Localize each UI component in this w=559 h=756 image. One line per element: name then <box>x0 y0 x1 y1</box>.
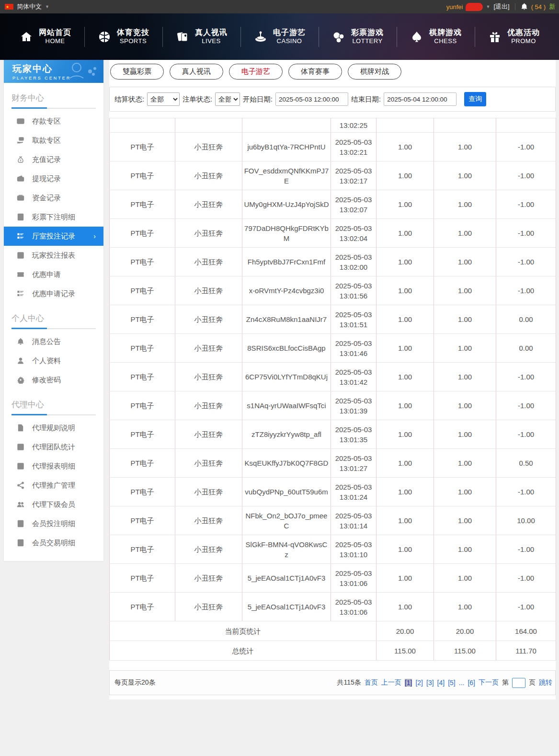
nav-label-en: CHESS <box>429 37 462 45</box>
sidebar-item-label: 会员投注明细 <box>32 519 75 528</box>
sidebar-item[interactable]: 修改密码 <box>11 370 96 389</box>
winloss-cell: 0.00 <box>496 334 556 363</box>
sidebar-item[interactable]: 存款专区 <box>11 112 96 131</box>
bet-amount-cell: 1.00 <box>376 334 434 363</box>
logout-button[interactable]: [退出] <box>493 2 509 11</box>
bet-id-cell: 5_jeEAOsal1CTj1A0vF3 <box>242 593 331 621</box>
table-row: PT电子 小丑狂奔 zTZ8iyyzkrYyw8tp_afl 2025-05-0… <box>110 420 556 449</box>
game-cell: 小丑狂奔 <box>175 248 242 276</box>
winloss-cell: -1.00 <box>496 593 556 621</box>
page-number-link[interactable]: ... <box>459 679 465 687</box>
nav-item[interactable]: 网站首页 HOME <box>6 28 84 45</box>
valid-amount-cell: 1.00 <box>434 276 496 305</box>
bet-amount-cell: 1.00 <box>376 133 434 161</box>
nav-item[interactable]: 电子游艺 CASINO <box>240 28 319 45</box>
next-page-link[interactable]: 下一页 <box>479 678 499 687</box>
page-number-link[interactable]: [4] <box>437 679 445 687</box>
category-tab[interactable]: 棋牌对战 <box>348 64 401 80</box>
username[interactable]: yunfei <box>446 3 463 11</box>
game-cell: 小丑狂奔 <box>175 161 242 190</box>
sidebar-item[interactable]: 代理推广管理 <box>11 476 96 495</box>
page-number-link[interactable]: [5] <box>448 679 456 687</box>
roulette-icon <box>253 30 268 44</box>
start-date-label: 开始日期: <box>243 95 273 104</box>
order-status-select[interactable]: 全部 <box>215 92 240 106</box>
sidebar-item[interactable]: 厅室投注记录 › <box>4 227 103 246</box>
sidebar-item[interactable]: 个人资料 <box>11 351 96 370</box>
notice-count[interactable]: ( 54 ) <box>531 3 546 11</box>
sidebar-item[interactable]: 代理团队统计 <box>11 437 96 457</box>
platform-cell: PT电子 <box>110 506 175 535</box>
sidebar-item[interactable]: 玩家投注报表 <box>11 246 96 265</box>
prev-page-link[interactable]: 上一页 <box>381 678 401 687</box>
chevron-down-icon[interactable]: ▼ <box>486 4 491 9</box>
settle-status-label: 结算状态: <box>114 95 144 104</box>
category-tab[interactable]: 电子游艺 <box>229 64 283 80</box>
start-date-input[interactable] <box>275 92 348 106</box>
sidebar-item[interactable]: 取款专区 <box>11 131 96 150</box>
sidebar-item[interactable]: 会员交易明细 <box>11 533 96 552</box>
platform-cell: PT电子 <box>110 564 175 593</box>
sidebar-item-label: 玩家投注报表 <box>32 251 75 260</box>
winloss-cell: -1.00 <box>496 391 556 420</box>
sidebar-item[interactable]: 代理报表明细 <box>11 457 96 476</box>
sidebar-item[interactable]: 会员投注明细 <box>11 514 96 533</box>
sidebar-section-agent: 代理中心 代理规则说明 代理团队统计 <box>4 399 103 552</box>
table-row: PT电子 小丑狂奔 797DaDH8QHkgFDRtKYbM 2025-05-0… <box>110 219 556 248</box>
winloss-cell: -1.00 <box>496 161 556 190</box>
platform-cell: PT电子 <box>110 161 175 190</box>
grand-winloss-total: 111.70 <box>496 641 556 661</box>
bet-amount-cell: 1.00 <box>376 478 434 506</box>
language-selector[interactable]: 简体中文 <box>17 2 42 11</box>
page-number-link[interactable]: [2] <box>415 679 423 687</box>
nav-item[interactable]: 真人视讯 LIVES <box>162 28 240 45</box>
sidebar-item[interactable]: 优惠申请 <box>11 265 96 284</box>
bet-amount-cell: 1.00 <box>376 161 434 190</box>
sports-ball-icon <box>97 30 112 44</box>
cards-icon <box>175 30 190 44</box>
sidebar-item[interactable]: 代理规则说明 <box>11 418 96 437</box>
nav-item[interactable]: 体育竞技 SPORTS <box>84 28 162 45</box>
notice-new-label[interactable]: 新 <box>549 2 555 11</box>
settle-status-select[interactable]: 全部 <box>147 92 180 106</box>
datetime-cell: 2025-05-03 13:01:24 <box>331 478 376 506</box>
sidebar-item[interactable]: 彩票下注明细 <box>11 207 96 227</box>
sidebar-item-label: 消息公告 <box>32 337 61 346</box>
query-button[interactable]: 查询 <box>464 92 486 106</box>
game-cell: 小丑狂奔 <box>175 190 242 219</box>
first-page-link[interactable]: 首页 <box>365 678 378 687</box>
game-cell: 小丑狂奔 <box>175 478 242 506</box>
platform-cell: PT电子 <box>110 219 175 248</box>
end-date-input[interactable] <box>384 92 456 106</box>
sidebar-item[interactable]: 代理下级会员 <box>11 495 96 514</box>
table-row: PT电子 小丑狂奔 s1NAq-yrUWaaIWFsqTci 2025-05-0… <box>110 391 556 420</box>
doc-lines-icon <box>16 213 24 221</box>
nav-item[interactable]: 棋牌游戏 CHESS <box>397 28 475 45</box>
page-number-link[interactable]: [1] <box>405 679 412 687</box>
sidebar-item-label: 彩票下注明细 <box>32 213 75 222</box>
sidebar-item-label: 优惠申请记录 <box>32 289 75 298</box>
jump-button[interactable]: 跳转 <box>539 678 552 687</box>
jump-page-input[interactable] <box>512 678 525 688</box>
category-tab[interactable]: 体育赛事 <box>288 64 342 80</box>
sidebar-item[interactable]: 资金记录 <box>11 188 96 207</box>
sidebar-item[interactable]: 优惠申请记录 <box>11 284 96 303</box>
china-flag-icon: ★ <box>5 4 13 10</box>
nav-item[interactable]: 彩票游戏 LOTTERY <box>319 28 397 45</box>
page-number-link[interactable]: [6] <box>468 679 475 687</box>
datetime-cell: 2025-05-03 13:01:51 <box>331 305 376 334</box>
category-tab[interactable]: 真人视讯 <box>170 64 223 80</box>
category-tab[interactable]: 雙贏彩票 <box>110 64 164 80</box>
winloss-cell: 10.00 <box>496 506 556 535</box>
bell-icon[interactable] <box>521 3 528 11</box>
sidebar-item[interactable]: 提现记录 <box>11 169 96 188</box>
chevron-down-icon[interactable]: ▼ <box>45 4 49 9</box>
bet-amount-cell: 1.00 <box>376 305 434 334</box>
list-detail-icon <box>16 290 24 298</box>
nav-item[interactable]: 优惠活动 PROMO <box>475 28 553 45</box>
sidebar-item[interactable]: 充值记录 <box>11 150 96 169</box>
page-number-link[interactable]: [3] <box>426 679 434 687</box>
moneybag-icon <box>16 156 24 164</box>
nav-label-zh: 体育竞技 <box>117 28 149 37</box>
sidebar-item[interactable]: 消息公告 <box>11 332 96 351</box>
